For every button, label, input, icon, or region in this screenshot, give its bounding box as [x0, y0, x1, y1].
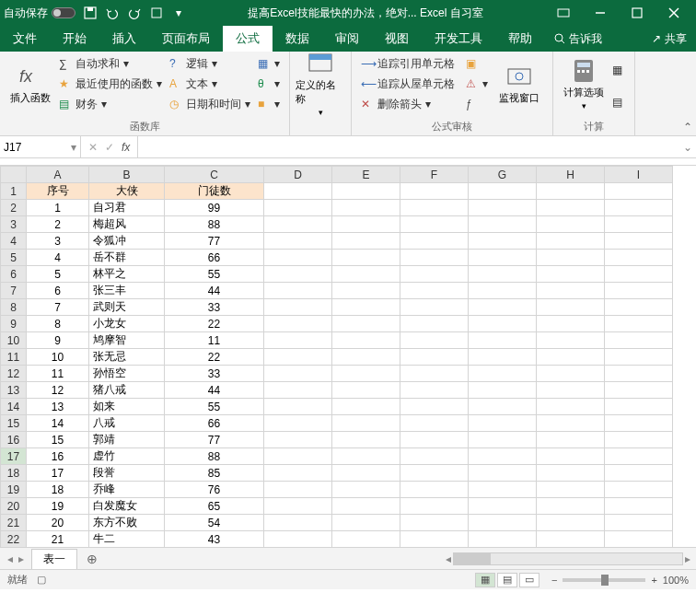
cell[interactable] [537, 250, 605, 266]
cell[interactable] [537, 200, 605, 216]
qat-customize-icon[interactable]: ▾ [171, 6, 186, 20]
cell[interactable] [469, 366, 537, 382]
cell[interactable] [605, 531, 673, 548]
cell[interactable] [537, 465, 605, 482]
lookup-button[interactable]: ▦▾ [254, 53, 284, 74]
cell[interactable] [264, 283, 332, 299]
chevron-down-icon[interactable]: ▾ [71, 141, 76, 154]
cell[interactable] [332, 216, 400, 233]
cell[interactable] [537, 283, 605, 299]
zoom-thumb[interactable] [601, 575, 609, 586]
cell[interactable] [537, 233, 605, 250]
cell[interactable] [264, 349, 332, 366]
cell[interactable]: 11 [27, 366, 89, 382]
cell[interactable]: 8 [27, 316, 89, 332]
row-header[interactable]: 13 [1, 382, 27, 399]
cell[interactable] [469, 432, 537, 448]
cell[interactable]: 大侠 [89, 183, 165, 200]
cell[interactable] [400, 316, 469, 332]
cell[interactable] [605, 448, 673, 465]
cell[interactable]: 9 [27, 332, 89, 349]
cell[interactable] [537, 498, 605, 515]
cell[interactable] [605, 415, 673, 432]
cell[interactable]: 4 [27, 250, 89, 266]
cell[interactable]: 5 [27, 266, 89, 283]
remove-arrows-button[interactable]: ✕删除箭头▾ [357, 94, 458, 114]
tab-file[interactable]: 文件 [0, 26, 50, 52]
cell[interactable] [400, 482, 469, 498]
cell[interactable] [332, 465, 400, 482]
cell[interactable] [469, 515, 537, 531]
tab-dev[interactable]: 开发工具 [422, 26, 495, 52]
cell[interactable] [537, 415, 605, 432]
cell[interactable] [469, 266, 537, 283]
ribbon-options-icon[interactable] [545, 0, 582, 26]
cell[interactable] [537, 482, 605, 498]
cell[interactable]: 55 [165, 399, 264, 415]
minimize-button[interactable] [582, 0, 619, 26]
cell[interactable] [605, 482, 673, 498]
cell[interactable] [400, 432, 469, 448]
formula-input[interactable] [142, 136, 676, 157]
cell[interactable] [264, 465, 332, 482]
cell[interactable] [332, 266, 400, 283]
cell[interactable]: 44 [165, 382, 264, 399]
cell[interactable] [332, 366, 400, 382]
cell[interactable]: 段誉 [89, 465, 165, 482]
cell[interactable] [537, 349, 605, 366]
cell[interactable]: 序号 [27, 183, 89, 200]
cell[interactable] [469, 482, 537, 498]
cell[interactable] [469, 316, 537, 332]
tab-insert[interactable]: 插入 [99, 26, 149, 52]
cell[interactable] [400, 399, 469, 415]
calc-sheet-button[interactable]: ▤ [609, 92, 629, 112]
cell[interactable] [332, 399, 400, 415]
financial-button[interactable]: ▤财务▾ [55, 94, 166, 114]
cell[interactable] [537, 382, 605, 399]
cell[interactable]: 猪八戒 [89, 382, 165, 399]
cell[interactable]: 77 [165, 233, 264, 250]
cell[interactable] [332, 183, 400, 200]
cell[interactable] [264, 250, 332, 266]
cell[interactable] [537, 366, 605, 382]
cell[interactable] [264, 432, 332, 448]
cell[interactable]: 门徒数 [165, 183, 264, 200]
recent-fn-button[interactable]: ★最近使用的函数▾ [55, 74, 166, 94]
cell[interactable]: 乔峰 [89, 482, 165, 498]
cell[interactable]: 12 [27, 382, 89, 399]
cell[interactable] [537, 515, 605, 531]
cell[interactable]: 武则天 [89, 299, 165, 316]
cell[interactable] [400, 382, 469, 399]
cell[interactable] [400, 233, 469, 250]
column-header[interactable]: H [537, 167, 605, 183]
cell[interactable]: 18 [27, 482, 89, 498]
cell[interactable] [332, 332, 400, 349]
sheet-tab[interactable]: 表一 [31, 549, 77, 569]
cell[interactable] [264, 216, 332, 233]
more-fn-button[interactable]: ■▾ [254, 94, 284, 114]
cell[interactable]: 21 [27, 531, 89, 548]
cell[interactable] [537, 316, 605, 332]
cell[interactable] [469, 216, 537, 233]
cell[interactable] [264, 382, 332, 399]
cell[interactable] [469, 531, 537, 548]
cell[interactable] [605, 283, 673, 299]
row-header[interactable]: 11 [1, 349, 27, 366]
cell[interactable]: 自习君 [89, 200, 165, 216]
cell[interactable] [332, 415, 400, 432]
cell[interactable] [537, 299, 605, 316]
cell[interactable] [400, 465, 469, 482]
cell[interactable] [469, 233, 537, 250]
cell[interactable] [264, 415, 332, 432]
cell[interactable] [400, 299, 469, 316]
cell[interactable]: 10 [27, 349, 89, 366]
trace-dependents-button[interactable]: ⟵追踪从屋单元格 [357, 74, 458, 94]
cell[interactable]: 八戒 [89, 415, 165, 432]
sheet-prev-icon[interactable]: ◂ [7, 552, 13, 565]
cell[interactable] [400, 448, 469, 465]
cell[interactable]: 小龙女 [89, 316, 165, 332]
scroll-right-icon[interactable]: ▸ [685, 552, 690, 565]
cell[interactable] [332, 283, 400, 299]
cell[interactable]: 65 [165, 498, 264, 515]
cell[interactable] [605, 432, 673, 448]
